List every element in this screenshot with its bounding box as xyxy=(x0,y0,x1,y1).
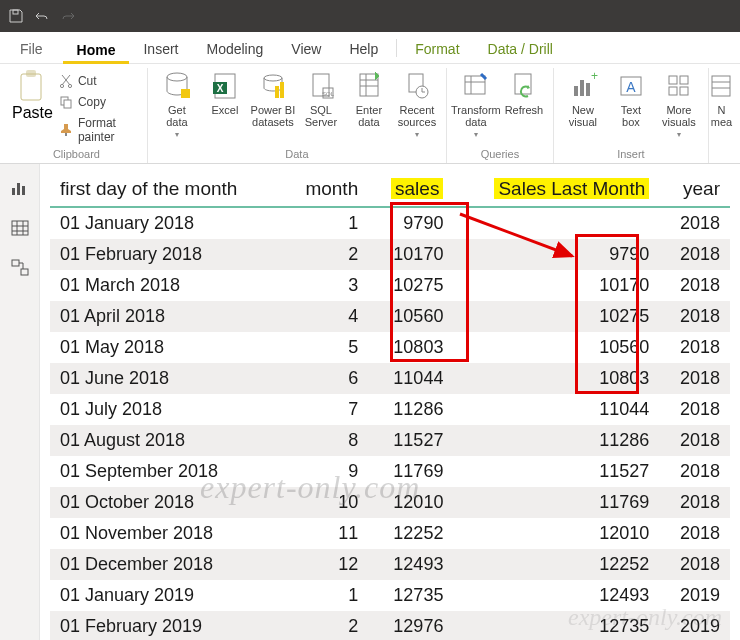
group-queries: Transform data▾ Refresh Queries xyxy=(446,68,553,163)
table-row[interactable]: 01 May 2018510803105602018 xyxy=(50,332,730,363)
table-row[interactable]: 01 January 2018197902018 xyxy=(50,207,730,239)
data-view-button[interactable] xyxy=(8,216,32,240)
table-row[interactable]: 01 April 2018410560102752018 xyxy=(50,301,730,332)
table-cell: 12 xyxy=(282,549,368,580)
table-row[interactable]: 01 November 20181112252120102018 xyxy=(50,518,730,549)
table-cell: 01 May 2018 xyxy=(50,332,282,363)
table-cell: 2018 xyxy=(659,487,730,518)
col-sales-last-month[interactable]: Sales Last Month xyxy=(453,172,659,207)
table-cell: 12735 xyxy=(368,580,453,611)
col-month[interactable]: month xyxy=(282,172,368,207)
table-row[interactable]: 01 March 2018310275101702018 xyxy=(50,270,730,301)
recent-label: Recent sources xyxy=(398,104,437,128)
svg-rect-9 xyxy=(181,89,190,98)
tab-insert[interactable]: Insert xyxy=(129,35,192,63)
table-row[interactable]: 01 January 2019112735124932019 xyxy=(50,580,730,611)
table-cell: 2018 xyxy=(659,518,730,549)
table-cell: 01 August 2018 xyxy=(50,425,282,456)
table-cell: 1 xyxy=(282,207,368,239)
data-icon xyxy=(163,70,191,102)
new-visual-button[interactable]: +New visual xyxy=(560,68,606,128)
textbox-button[interactable]: AText box xyxy=(608,68,654,128)
table-row[interactable]: 01 October 20181012010117692018 xyxy=(50,487,730,518)
model-view-button[interactable] xyxy=(8,256,32,280)
copy-button[interactable]: Copy xyxy=(55,93,141,111)
svg-point-4 xyxy=(68,84,71,87)
cut-label: Cut xyxy=(78,74,97,88)
table-cell: 10170 xyxy=(368,239,453,270)
sql-server-button[interactable]: SQLSQL Server xyxy=(298,68,344,128)
sql-icon: SQL xyxy=(307,70,335,102)
new-measure-button[interactable]: N mea xyxy=(708,68,734,128)
redo-icon[interactable] xyxy=(60,8,76,24)
table-cell: 11527 xyxy=(368,425,453,456)
svg-rect-39 xyxy=(12,260,19,266)
tab-data-drill[interactable]: Data / Drill xyxy=(474,35,567,63)
paste-button[interactable]: Paste xyxy=(12,68,53,122)
col-sales[interactable]: sales xyxy=(368,172,453,207)
svg-rect-33 xyxy=(680,87,688,95)
table-cell: 6 xyxy=(282,363,368,394)
svg-text:SQL: SQL xyxy=(322,91,335,97)
col-year[interactable]: year xyxy=(659,172,730,207)
table-cell: 11044 xyxy=(453,394,659,425)
recent-sources-button[interactable]: Recent sources▾ xyxy=(394,68,440,139)
table-row[interactable]: 01 February 201821017097902018 xyxy=(50,239,730,270)
more-visuals-button[interactable]: More visuals▾ xyxy=(656,68,702,139)
tab-view[interactable]: View xyxy=(277,35,335,63)
col-first-day[interactable]: first day of the month xyxy=(50,172,282,207)
table-cell: 12976 xyxy=(368,611,453,640)
tab-home[interactable]: Home xyxy=(63,36,130,64)
svg-rect-26 xyxy=(586,83,590,96)
svg-point-13 xyxy=(264,75,282,81)
table-row[interactable]: 01 February 2019212976127352019 xyxy=(50,611,730,640)
table-cell: 01 April 2018 xyxy=(50,301,282,332)
undo-icon[interactable] xyxy=(34,8,50,24)
svg-rect-0 xyxy=(13,10,18,14)
paste-label: Paste xyxy=(12,104,53,122)
table-cell: 11286 xyxy=(453,425,659,456)
table-cell: 01 January 2018 xyxy=(50,207,282,239)
transform-data-button[interactable]: Transform data▾ xyxy=(453,68,499,139)
refresh-icon xyxy=(510,70,538,102)
svg-rect-7 xyxy=(65,133,67,136)
copy-label: Copy xyxy=(78,95,106,109)
get-data-button[interactable]: Get data▾ xyxy=(154,68,200,139)
table-cell: 10275 xyxy=(453,301,659,332)
table-cell: 01 February 2018 xyxy=(50,239,282,270)
chevron-down-icon: ▾ xyxy=(175,130,179,139)
save-icon[interactable] xyxy=(8,8,24,24)
new-visual-label: New visual xyxy=(569,104,597,128)
paste-icon xyxy=(17,68,47,104)
table-row[interactable]: 01 August 2018811527112862018 xyxy=(50,425,730,456)
tab-file[interactable]: File xyxy=(6,35,63,63)
pbi-datasets-button[interactable]: Power BI datasets xyxy=(250,68,296,128)
cut-button[interactable]: Cut xyxy=(55,72,141,90)
table-row[interactable]: 01 June 2018611044108032018 xyxy=(50,363,730,394)
table-row[interactable]: 01 July 2018711286110442018 xyxy=(50,394,730,425)
cut-icon xyxy=(59,74,73,88)
enter-data-button[interactable]: Enter data xyxy=(346,68,392,128)
tab-help[interactable]: Help xyxy=(335,35,392,63)
svg-rect-22 xyxy=(465,76,485,94)
svg-rect-24 xyxy=(574,86,578,96)
format-painter-button[interactable]: Format painter xyxy=(55,114,141,146)
table-row[interactable]: 01 December 20181212493122522018 xyxy=(50,549,730,580)
copy-icon xyxy=(59,95,73,109)
report-view-button[interactable] xyxy=(8,176,32,200)
tab-modeling[interactable]: Modeling xyxy=(192,35,277,63)
table-row[interactable]: 01 September 2018911769115272018 xyxy=(50,456,730,487)
excel-button[interactable]: XExcel xyxy=(202,68,248,116)
enter-data-icon xyxy=(355,70,383,102)
tab-format[interactable]: Format xyxy=(401,35,473,63)
table-cell: 1 xyxy=(282,580,368,611)
view-rail xyxy=(0,164,40,640)
table-cell: 2018 xyxy=(659,270,730,301)
table-cell: 01 January 2019 xyxy=(50,580,282,611)
refresh-button[interactable]: Refresh xyxy=(501,68,547,116)
measure-icon xyxy=(708,70,734,102)
table-cell: 9790 xyxy=(453,239,659,270)
group-clipboard: Paste Cut Copy Format painter Clipboard xyxy=(6,68,147,163)
table-cell: 2018 xyxy=(659,394,730,425)
svg-point-8 xyxy=(167,73,187,81)
